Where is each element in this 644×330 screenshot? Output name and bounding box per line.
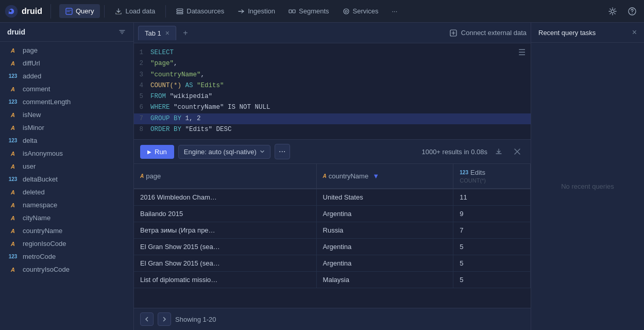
toolbar-more-label: ···: [279, 147, 285, 156]
type-icon-diffUrl: A: [7, 60, 19, 67]
sidebar-item-delta[interactable]: 123delta: [0, 134, 133, 147]
sidebar-item-user[interactable]: Auser: [0, 160, 133, 173]
sidebar-item-comment[interactable]: Acomment: [0, 82, 133, 95]
sidebar-item-label-namespace: namespace: [23, 201, 57, 209]
sidebar-item-regionIsoCode[interactable]: AregionIsoCode: [0, 237, 133, 250]
page-type-icon: A: [140, 173, 144, 179]
engine-select[interactable]: Engine: auto (sql-native): [178, 145, 270, 159]
cell-country-4: Argentina: [316, 255, 453, 272]
sidebar-item-isAnonymous[interactable]: AisAnonymous: [0, 147, 133, 160]
sidebar-item-deleted[interactable]: Adeleted: [0, 186, 133, 199]
table-row[interactable]: Ветра зимы (Игра пре…Russia7: [134, 222, 531, 239]
cell-edits-5: 5: [453, 272, 531, 288]
nav-item-ingestion[interactable]: Ingestion: [231, 4, 281, 18]
run-icon: ▶: [147, 149, 151, 155]
sidebar-item-label-commentLength: commentLength: [23, 98, 71, 106]
table-row[interactable]: 2016 Wimbledon Cham…United States11: [134, 189, 531, 206]
svg-rect-5: [177, 13, 183, 14]
tab-add-button[interactable]: +: [179, 27, 192, 39]
table-row[interactable]: List of diplomatic missio…Malaysia5: [134, 272, 531, 288]
sidebar-item-commentLength[interactable]: 123commentLength: [0, 95, 133, 108]
country-filter-icon[interactable]: ▼: [372, 172, 379, 180]
nav-item-services[interactable]: Services: [336, 4, 385, 18]
logo-text: druid: [22, 7, 42, 16]
line-number-4: 4: [134, 80, 150, 91]
sidebar-item-isNew[interactable]: AisNew: [0, 108, 133, 121]
run-button[interactable]: ▶ Run: [140, 145, 174, 159]
sidebar-item-label-diffUrl: diffUrl: [23, 59, 40, 67]
table-header-row: A page A countryName ▼: [134, 164, 531, 189]
main-layout: druid ApageAdiffUrl123addedAcomment123co…: [0, 23, 644, 330]
page-next-button[interactable]: [158, 312, 171, 326]
type-icon-metroCode: 123: [7, 254, 19, 259]
cell-page-5: List of diplomatic missio…: [134, 272, 316, 288]
table-row[interactable]: Bailando 2015Argentina9: [134, 206, 531, 222]
type-icon-added: 123: [7, 73, 19, 79]
nav-item-segments[interactable]: Segments: [282, 4, 335, 18]
sidebar-item-namespace[interactable]: Anamespace: [0, 199, 133, 211]
page-prev-button[interactable]: [140, 312, 154, 326]
country-type-icon: A: [323, 173, 327, 179]
run-label: Run: [155, 148, 167, 156]
sidebar-item-added[interactable]: 123added: [0, 70, 133, 82]
sidebar-item-diffUrl[interactable]: AdiffUrl: [0, 57, 133, 70]
rq-body: No recent queries: [531, 43, 644, 330]
code-line-1: 1SELECT: [134, 47, 531, 58]
toolbar-more-button[interactable]: ···: [275, 144, 290, 159]
line-number-6: 6: [134, 102, 150, 113]
edits-col-subtext: COUNT(*): [460, 177, 524, 184]
sidebar-item-deltaBucket[interactable]: 123deltaBucket: [0, 173, 133, 186]
ingestion-icon: [238, 8, 245, 15]
sidebar-item-cityName[interactable]: AcityName: [0, 211, 133, 224]
results-table[interactable]: A page A countryName ▼: [134, 164, 531, 308]
type-icon-isMinor: A: [7, 125, 19, 131]
sidebar-item-label-deltaBucket: deltaBucket: [23, 175, 58, 183]
cell-country-3: Argentina: [316, 239, 453, 255]
rq-header: Recent query tasks ×: [531, 23, 644, 43]
settings-button[interactable]: [605, 4, 620, 19]
tab-1[interactable]: Tab 1 ×: [138, 26, 176, 40]
type-icon-user: A: [7, 163, 19, 170]
sidebar-item-countryName[interactable]: AcountryName: [0, 224, 133, 237]
editor-menu-button[interactable]: ☰: [518, 47, 526, 58]
nav-item-load-data[interactable]: Load data: [109, 4, 161, 18]
nav-datasources-label: Datasources: [187, 7, 224, 15]
nav-right: [605, 4, 640, 19]
sidebar-title: druid: [7, 28, 25, 36]
nav-services-label: Services: [353, 7, 379, 15]
connect-external-data-button[interactable]: Connect external data: [450, 29, 527, 37]
rq-title: Recent query tasks: [538, 29, 596, 37]
tab-1-close[interactable]: ×: [165, 29, 170, 37]
sidebar-item-countryIsoCode[interactable]: AcountryIsoCode: [0, 263, 133, 276]
download-button[interactable]: [492, 144, 506, 159]
data-table: A page A countryName ▼: [134, 164, 531, 288]
cell-page-1: Bailando 2015: [134, 206, 316, 222]
table-row[interactable]: El Gran Show 2015 (sea…Argentina5: [134, 255, 531, 272]
sidebar-item-page[interactable]: Apage: [0, 44, 133, 57]
druid-logo-icon: [4, 4, 19, 19]
rq-close-button[interactable]: ×: [632, 28, 637, 37]
code-editor[interactable]: 1SELECT2 "page",3 "countryName",4 COUNT(…: [134, 43, 531, 140]
sort-icon[interactable]: [118, 28, 126, 36]
sidebar-item-isMinor[interactable]: AisMinor: [0, 121, 133, 134]
edits-col-label: Edits: [470, 169, 485, 176]
help-button[interactable]: [624, 4, 640, 19]
results-info: 1000+ results in 0.08s: [421, 148, 487, 156]
close-results-button[interactable]: [510, 144, 524, 159]
nav-item-datasources[interactable]: Datasources: [170, 4, 230, 18]
nav-ingestion-label: Ingestion: [248, 7, 275, 15]
query-icon: [65, 8, 73, 15]
page-info: Showing 1-20: [175, 316, 216, 323]
nav-segments-label: Segments: [299, 7, 329, 15]
services-icon: [343, 8, 350, 15]
download-icon: [495, 148, 502, 155]
sidebar-item-metroCode[interactable]: 123metroCode: [0, 250, 133, 263]
cell-edits-3: 5: [453, 239, 531, 255]
connect-icon: [450, 29, 457, 37]
nav-item-query[interactable]: Query: [59, 4, 100, 18]
line-content-1: SELECT: [150, 47, 526, 58]
nav-item-more[interactable]: ···: [385, 4, 403, 18]
line-number-2: 2: [134, 58, 150, 69]
type-icon-page: A: [7, 47, 19, 54]
table-row[interactable]: El Gran Show 2015 (sea…Argentina5: [134, 239, 531, 255]
